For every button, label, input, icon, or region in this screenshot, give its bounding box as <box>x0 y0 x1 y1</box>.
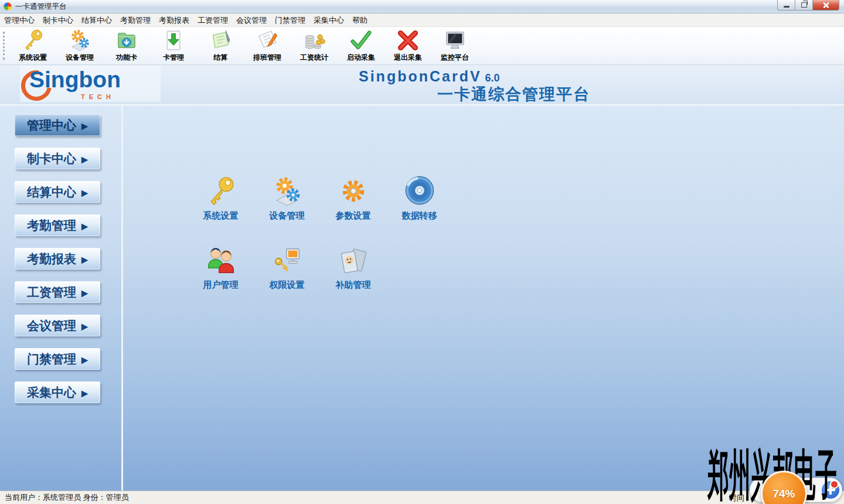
module-subsidy-management[interactable]: 补助管理 <box>320 243 386 291</box>
toolbar-item-label: 系统设置 <box>19 53 47 63</box>
arrow-right-icon: ▶ <box>81 389 88 398</box>
sidebar-item-label: 考勤管理 <box>27 217 76 234</box>
key-icon <box>21 29 45 52</box>
app-icon <box>4 2 12 11</box>
module-label: 数据转移 <box>402 210 437 222</box>
arrow-right-icon: ▶ <box>81 155 88 164</box>
key-monitor-icon <box>271 245 303 277</box>
restore-icon <box>801 2 807 8</box>
menu-salary-management[interactable]: 工资管理 <box>193 14 232 26</box>
arrow-right-icon: ▶ <box>81 255 88 264</box>
key-icon <box>205 176 237 207</box>
sidebar-item-label: 制卡中心 <box>27 151 76 167</box>
module-label: 补助管理 <box>336 280 371 291</box>
content-area: 管理中心 ▶ 制卡中心 ▶ 结算中心 ▶ 考勤管理 ▶ 考勤报表 ▶ 工资管理 … <box>0 104 844 491</box>
menu-attendance-management[interactable]: 考勤管理 <box>116 14 155 26</box>
toolbar-item-monitor-platform[interactable]: 监控平台 <box>431 27 478 64</box>
sidebar-item-label: 工资管理 <box>27 284 76 301</box>
close-icon <box>822 2 829 9</box>
menu-access-management[interactable]: 门禁管理 <box>271 14 309 26</box>
sidebar-item-settlement-center[interactable]: 结算中心 ▶ <box>15 181 100 203</box>
module-user-management[interactable]: 用户管理 <box>188 243 254 291</box>
sidebar-item-label: 管理中心 <box>27 117 76 134</box>
toolbar-item-label: 监控平台 <box>441 53 469 63</box>
sidebar-item-attendance-management[interactable]: 考勤管理 ▶ <box>15 214 100 236</box>
users-icon <box>205 245 237 277</box>
toolbar-item-label: 设备管理 <box>66 53 94 63</box>
arrow-right-icon: ▶ <box>81 288 88 298</box>
toolbar-item-label: 功能卡 <box>116 53 137 63</box>
module-data-transfer[interactable]: 数据转移 <box>386 173 452 222</box>
menu-attendance-report[interactable]: 考勤报表 <box>155 14 193 26</box>
toolbar-item-label: 启动采集 <box>347 53 375 63</box>
menu-meeting-management[interactable]: 会议管理 <box>232 14 271 26</box>
module-label: 用户管理 <box>203 280 239 291</box>
sidebar-item-label: 采集中心 <box>27 384 76 401</box>
toolbar: 系统设置 设备管理 功能卡 <box>0 27 844 65</box>
coins-icon <box>302 29 326 52</box>
module-label: 设备管理 <box>270 210 305 222</box>
module-system-settings[interactable]: 系统设置 <box>188 173 254 222</box>
toolbar-item-label: 工资统计 <box>300 53 328 63</box>
arrow-right-icon: ▶ <box>81 188 88 197</box>
menu-help[interactable]: 帮助 <box>348 14 372 26</box>
gear-icon <box>338 176 369 207</box>
menu-card-making-center[interactable]: 制卡中心 <box>39 14 77 26</box>
module-device-management[interactable]: 设备管理 <box>254 173 320 222</box>
note-icon <box>209 29 232 52</box>
current-user-status: 当前用户：系统管理员 身份：管理员 <box>5 492 129 503</box>
minimize-icon <box>784 6 789 8</box>
menu-bar: 管理中心 制卡中心 结算中心 考勤管理 考勤报表 工资管理 会议管理 门禁管理 … <box>0 13 844 27</box>
menu-settlement-center[interactable]: 结算中心 <box>77 14 116 26</box>
sidebar-item-salary-management[interactable]: 工资管理 ▶ <box>15 281 100 303</box>
minimize-button[interactable] <box>777 0 795 11</box>
toolbar-item-function-card[interactable]: 功能卡 <box>103 27 150 64</box>
document-pen-icon <box>256 29 279 52</box>
green-check-icon <box>349 29 373 52</box>
sidebar-item-label: 结算中心 <box>27 184 76 200</box>
card-download-icon <box>162 29 185 52</box>
monitor-icon <box>443 29 467 52</box>
gears-icon <box>271 176 303 207</box>
arrow-right-icon: ▶ <box>81 121 88 131</box>
sidebar-item-meeting-management[interactable]: 会议管理 ▶ <box>15 315 100 336</box>
sidebar-item-label: 考勤报表 <box>27 251 76 267</box>
folder-download-icon <box>115 29 138 52</box>
platform-subtitle: 一卡通综合管理平台 <box>437 84 590 105</box>
sidebar-item-card-making-center[interactable]: 制卡中心 ▶ <box>15 148 100 169</box>
id-cards-icon <box>338 245 369 277</box>
toolbar-item-exit-collection[interactable]: 退出采集 <box>384 27 431 64</box>
toolbar-item-label: 结算 <box>213 53 227 63</box>
toolbar-item-settlement[interactable]: 结算 <box>197 27 244 64</box>
module-label: 权限设置 <box>270 280 305 291</box>
toolbar-item-system-settings[interactable]: 系统设置 <box>9 27 56 64</box>
red-x-icon <box>396 29 420 52</box>
toolbar-item-shift-management[interactable]: 排班管理 <box>244 27 291 64</box>
menu-management-center[interactable]: 管理中心 <box>0 14 39 26</box>
sidebar-item-collection-center[interactable]: 采集中心 ▶ <box>15 382 100 403</box>
module-parameter-settings[interactable]: 参数设置 <box>320 173 386 222</box>
toolbar-item-label: 排班管理 <box>253 53 281 63</box>
product-title: SingbonCardV6.0 <box>359 68 500 85</box>
module-label: 参数设置 <box>336 210 371 222</box>
toolbar-item-label: 卡管理 <box>163 53 184 63</box>
close-button[interactable] <box>812 0 839 11</box>
sidebar-item-management-center[interactable]: 管理中心 ▶ <box>15 114 100 136</box>
toolbar-item-device-management[interactable]: 设备管理 <box>56 27 103 64</box>
menu-collection-center[interactable]: 采集中心 <box>309 14 348 26</box>
window-title: 一卡通管理平台 <box>15 2 67 12</box>
singbon-logo: Singbon TECH <box>20 66 161 102</box>
toolbar-item-start-collection[interactable]: 启动采集 <box>338 27 384 64</box>
sidebar-item-access-management[interactable]: 门禁管理 ▶ <box>15 348 100 370</box>
module-icon-grid: 系统设置 设备管理 <box>188 173 452 291</box>
product-name: SingbonCardV <box>359 68 482 84</box>
module-permission-settings[interactable]: 权限设置 <box>254 243 320 291</box>
toolbar-item-salary-statistics[interactable]: 工资统计 <box>291 27 338 64</box>
sidebar-item-attendance-report[interactable]: 考勤报表 ▶ <box>15 248 100 270</box>
arrow-right-icon: ▶ <box>81 355 88 365</box>
restore-button[interactable] <box>795 0 813 11</box>
product-version: 6.0 <box>485 72 500 84</box>
arrow-right-icon: ▶ <box>81 222 88 231</box>
toolbar-item-card-management[interactable]: 卡管理 <box>150 27 197 64</box>
icon-row-2: 用户管理 权限设置 <box>188 243 452 291</box>
